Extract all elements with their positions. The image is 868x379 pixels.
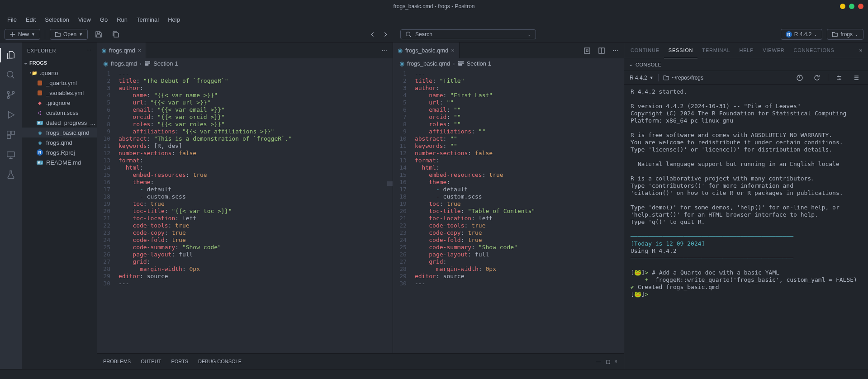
tab-continue[interactable]: CONTINUE [626,43,664,58]
svg-rect-9 [145,62,150,62]
tab-frogs-basic-qmd[interactable]: ◉ frogs_basic.qmd × [393,43,460,58]
maximize-button[interactable] [849,4,854,9]
line-content: number-sections: false [119,150,393,157]
settings-button[interactable] [833,72,845,83]
menu-go[interactable]: Go [95,14,112,25]
panel-close-button[interactable]: × [615,359,617,365]
editor-body-left[interactable]: 1---2title: "The Debut of `froggeR`"3aut… [97,68,393,369]
explorer-activity[interactable] [0,46,22,64]
panel-tab-problems[interactable]: PROBLEMS [103,359,131,364]
tab-terminal[interactable]: TERMINAL [697,43,735,58]
panel-tab-debug-console[interactable]: DEBUG CONSOLE [198,359,242,364]
explorer-title: EXPLORER [27,48,56,53]
code-line: 15 embed-resources: true [393,171,624,179]
new-button[interactable]: New ▼ [5,29,40,40]
preview-button[interactable] [581,45,593,56]
tab-connections[interactable]: CONNECTIONS [789,43,839,58]
workspace-label: frogs [840,31,853,38]
chevron-right-icon [382,31,389,38]
search-activity[interactable] [0,66,22,84]
menu-run[interactable]: Run [112,14,132,25]
list-button[interactable] [850,72,863,83]
panel-maximize-button[interactable]: ▢ [606,359,610,365]
file-item[interactable]: Rfrogs.Rproj [22,147,97,157]
breadcrumb-left[interactable]: ◉ frogs.qmd › Section 1 [97,58,393,68]
menu-help[interactable]: Help [163,14,185,25]
close-icon[interactable]: × [451,47,455,54]
line-number: 11 [393,142,415,150]
workspace-selector[interactable]: frogs ⌄ [827,29,863,40]
file-label: _variables.yml [46,90,84,96]
code-line: 2title: "Title" [393,77,624,85]
breadcrumb-right[interactable]: ◉ frogs_basic.qmd › Section 1 [393,58,624,68]
close-button[interactable] [858,4,863,9]
open-button[interactable]: Open ▼ [50,29,88,40]
tab-viewer[interactable]: VIEWER [758,43,789,58]
scm-activity[interactable] [0,86,22,104]
more-actions-button[interactable]: ⋯ [610,45,621,56]
search-input[interactable]: Search ⌄ [400,29,536,39]
file-item[interactable]: ···_quarto.yml [22,78,97,88]
console-interpreter-selector[interactable]: R 4.4.2 ▼ [630,75,654,81]
nav-back-button[interactable] [367,29,379,39]
menu-selection[interactable]: Selection [40,14,73,25]
panel-tab-ports[interactable]: PORTS [171,359,188,364]
editor-body-right[interactable]: 1---2title: "Title"3author:4 name: "Firs… [393,68,624,369]
menu-view[interactable]: View [74,14,95,25]
file-item[interactable]: ···_variables.yml [22,88,97,98]
crumb-section: Section 1 [467,60,491,67]
shutdown-button[interactable] [793,72,806,83]
menu-terminal[interactable]: Terminal [132,14,163,25]
minimize-button[interactable] [840,4,845,9]
save-button[interactable] [92,29,105,40]
debug-activity[interactable] [0,106,22,124]
file-item[interactable]: ◉frogs_basic.qmd [22,128,97,137]
file-item[interactable]: ›📁.quarto [22,68,97,78]
crumb-file: frogs_basic.qmd [407,60,450,67]
more-actions-button[interactable]: ⋯ [379,45,390,56]
code-line: 24 code-fold: true [97,237,393,244]
extensions-activity[interactable] [0,126,22,144]
line-content: margin-width: 0px [415,265,624,273]
testing-activity[interactable] [0,166,22,184]
file-item[interactable]: ◆.gitignore [22,98,97,108]
save-all-button[interactable] [109,29,122,40]
code-line: 6 email: "" [393,106,624,114]
file-item[interactable]: M↓README.md [22,157,97,167]
remote-activity[interactable] [0,146,22,164]
nav-forward-button[interactable] [379,29,391,39]
menu-edit[interactable]: Edit [21,14,40,25]
svg-point-1 [7,71,13,77]
restart-button[interactable] [811,72,823,83]
more-icon[interactable]: ⋯ [86,47,92,53]
menu-file[interactable]: File [3,14,21,25]
svg-point-0 [406,32,410,36]
code-line: 27 grid: [393,258,624,265]
console-header[interactable]: ⌄ CONSOLE [624,58,868,71]
split-button[interactable] [595,45,608,56]
main-area: EXPLORER ⋯ ⌄ FROGS ›📁.quarto···_quarto.y… [0,43,868,369]
code-line: 1--- [97,70,393,77]
tab-help[interactable]: HELP [735,43,758,58]
panel-minimize-button[interactable]: — [596,359,601,365]
line-number: 6 [393,106,415,114]
file-item[interactable]: ⟨⟩custom.scss [22,108,97,118]
console-output[interactable]: R 4.4.2 started. R version 4.4.2 (2024-1… [624,85,868,369]
console-cwd-selector[interactable]: ~/repos/frogs [663,75,703,81]
line-number: 4 [393,92,415,99]
code-line: 13format: [97,157,393,164]
line-number: 13 [393,157,415,164]
line-content: code-copy: true [119,229,393,237]
tab-session[interactable]: SESSION [664,43,698,58]
interpreter-selector[interactable]: RR 4.4.2 ⌄ [781,29,823,40]
plus-icon [9,31,16,38]
close-icon[interactable]: × [138,47,142,54]
power-icon [796,74,803,81]
file-item[interactable]: ◉frogs.qmd [22,137,97,147]
file-item[interactable]: M↓dated_progress_... [22,118,97,128]
panel-tab-output[interactable]: OUTPUT [141,359,161,364]
close-panel-button[interactable]: × [855,47,866,54]
folder-section-header[interactable]: ⌄ FROGS [22,58,97,67]
tab-frogs-qmd[interactable]: ◉ frogs.qmd × [97,43,146,58]
tab-label: frogs.qmd [109,47,135,54]
